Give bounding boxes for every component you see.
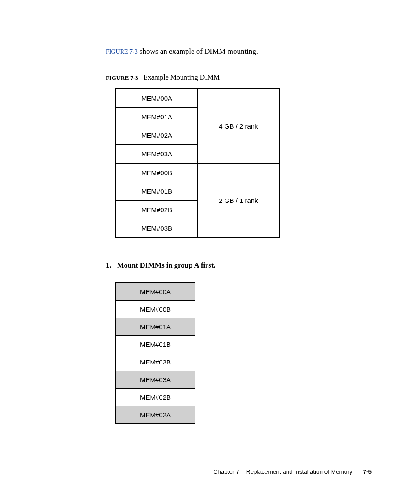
mount-cell: MEM#01B bbox=[116, 335, 195, 353]
dimm-group-b-slots: MEM#00B MEM#01B MEM#02B MEM#03B bbox=[116, 164, 197, 237]
intro-text: shows an example of DIMM mounting. bbox=[138, 47, 258, 55]
dimm-group-b: MEM#00B MEM#01B MEM#02B MEM#03B 2 GB / 1… bbox=[116, 163, 279, 237]
footer-page: 7-5 bbox=[363, 468, 372, 475]
footer-title: Replacement and Installation of Memory bbox=[246, 468, 353, 475]
figure-caption: FIGURE 7-3Example Mounting DIMM bbox=[106, 74, 372, 81]
mount-cell: MEM#02A bbox=[116, 406, 195, 423]
page-footer: Chapter 7 Replacement and Installation o… bbox=[214, 468, 372, 475]
figure-number: FIGURE 7-3 bbox=[106, 74, 138, 81]
mount-cell: MEM#00B bbox=[116, 300, 195, 318]
mount-cell: MEM#01A bbox=[116, 318, 195, 335]
dimm-slot: MEM#01B bbox=[116, 182, 197, 200]
figure-reference-link[interactable]: FIGURE 7-3 bbox=[106, 48, 138, 55]
dimm-slot: MEM#02A bbox=[116, 126, 197, 144]
dimm-group-a-slots: MEM#00A MEM#01A MEM#02A MEM#03A bbox=[116, 89, 197, 163]
dimm-slot: MEM#00A bbox=[116, 89, 197, 107]
dimm-group-a: MEM#00A MEM#01A MEM#02A MEM#03A 4 GB / 2… bbox=[116, 89, 279, 163]
step-text: Mount DIMMs in group A first. bbox=[117, 261, 215, 269]
step-number: 1. bbox=[106, 261, 117, 270]
dimm-slot: MEM#03B bbox=[116, 219, 197, 237]
intro-paragraph: FIGURE 7-3 shows an example of DIMM moun… bbox=[106, 47, 372, 56]
mount-order-table: MEM#00AMEM#00BMEM#01AMEM#01BMEM#03BMEM#0… bbox=[115, 282, 195, 424]
footer-chapter: Chapter 7 bbox=[214, 468, 239, 475]
dimm-slot: MEM#02B bbox=[116, 200, 197, 219]
dimm-group-a-spec: 4 GB / 2 rank bbox=[197, 89, 279, 163]
mount-cell: MEM#03A bbox=[116, 371, 195, 388]
mount-cell: MEM#02B bbox=[116, 388, 195, 406]
dimm-slot: MEM#03A bbox=[116, 144, 197, 163]
mount-cell: MEM#00A bbox=[116, 283, 195, 300]
mount-cell: MEM#03B bbox=[116, 353, 195, 371]
dimm-slot: MEM#01A bbox=[116, 107, 197, 126]
figure-title: Example Mounting DIMM bbox=[144, 74, 220, 81]
step-1: 1.Mount DIMMs in group A first. bbox=[106, 261, 372, 270]
dimm-slot: MEM#00B bbox=[116, 164, 197, 182]
dimm-example-table: MEM#00A MEM#01A MEM#02A MEM#03A 4 GB / 2… bbox=[115, 88, 280, 238]
dimm-group-b-spec: 2 GB / 1 rank bbox=[197, 164, 279, 237]
